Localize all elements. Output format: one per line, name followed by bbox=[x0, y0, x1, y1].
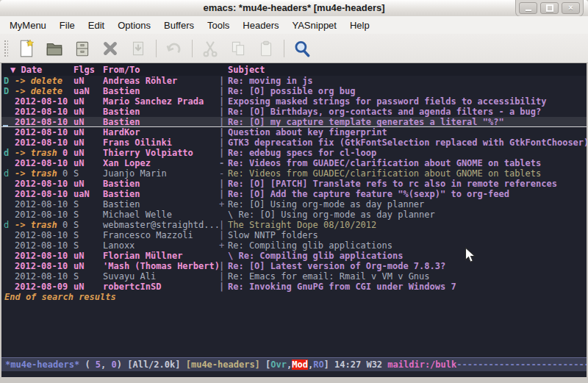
message-row[interactable]: 2012-08-10 uN HardKor | Question about k… bbox=[1, 127, 587, 137]
subject-cell: Re: [O] Add the capture feature "%(sexp)… bbox=[228, 189, 587, 199]
mode-line-text: , bbox=[101, 359, 111, 370]
mode-line-text: , bbox=[287, 359, 292, 370]
menu-yasnippet[interactable]: YASnippet bbox=[285, 18, 343, 33]
message-row[interactable]: 2012-08-10 S Bastien + Re: [O] Using org… bbox=[1, 199, 587, 210]
column-header-date[interactable]: ▼ Date bbox=[10, 65, 74, 75]
date-cell: -> trash 0 bbox=[15, 168, 74, 179]
menu-file[interactable]: File bbox=[53, 18, 82, 33]
date-cell: -> delete bbox=[15, 76, 74, 86]
message-row[interactable]: d -> trash 0 S Juanjo Marin - Re: Videos… bbox=[1, 168, 587, 179]
date-cell: 2012-08-10 bbox=[15, 199, 74, 210]
subject-cell: Re: Compiling glib applications bbox=[228, 240, 587, 251]
menu-buffers[interactable]: Buffers bbox=[157, 18, 201, 33]
date-text: 2012-08-09 bbox=[15, 282, 68, 292]
flags-cell: S bbox=[74, 168, 103, 179]
menu-tools[interactable]: Tools bbox=[201, 18, 236, 33]
mark-char: D bbox=[4, 76, 15, 86]
title-bar[interactable]: emacs: *mu4e-headers* [mu4e-headers] × bbox=[0, 0, 588, 17]
message-row[interactable]: 2012-08-10 S Suvayu Ali | Re: Emacs for … bbox=[1, 271, 587, 282]
message-row[interactable]: 2012-08-10 uN Bastien | Re: [O] [PATCH] … bbox=[1, 179, 587, 189]
search-button[interactable] bbox=[291, 37, 313, 60]
message-row[interactable]: 2012-08-10 S Michael Welle \ Re: [O] Usi… bbox=[1, 210, 587, 220]
line-number: 5 bbox=[96, 359, 101, 370]
delete-button[interactable] bbox=[99, 37, 121, 60]
message-row[interactable]: 2012-08-10 S Francesco Mazzoli | Slow NN… bbox=[1, 230, 587, 240]
close-icon: × bbox=[568, 4, 573, 12]
flags-cell: uN bbox=[74, 261, 103, 271]
column-header-subject[interactable]: Subject bbox=[228, 65, 265, 75]
message-row[interactable]: 2012-08-10 uN Bastien | Re: [O] my captu… bbox=[1, 117, 587, 127]
paste-button bbox=[255, 37, 277, 60]
message-row[interactable]: D -> delete uaN Bastien | Re: [O] possib… bbox=[1, 86, 587, 96]
subject-cell: Question about key fingerprint bbox=[228, 127, 587, 137]
thread-separator: + bbox=[219, 240, 228, 251]
flags-cell: uN bbox=[74, 158, 103, 168]
new-file-button[interactable] bbox=[15, 37, 37, 60]
date-text: 0 bbox=[57, 220, 68, 230]
flags-cell: uN bbox=[74, 251, 103, 261]
subject-cell: Re: moving in js bbox=[228, 76, 587, 86]
message-row[interactable]: d -> trash 0 uN Thierry Volpiatto | Re: … bbox=[1, 148, 587, 158]
flags-cell: S bbox=[74, 240, 103, 251]
menu-options[interactable]: Options bbox=[111, 18, 157, 33]
from-cell: Bastien bbox=[103, 117, 219, 127]
mark-verb: -> trash bbox=[15, 168, 57, 179]
column-header-flags[interactable]: Flgs bbox=[74, 65, 103, 75]
copy-button bbox=[227, 37, 249, 60]
window-title: emacs: *mu4e-headers* [mu4e-headers] bbox=[0, 2, 588, 13]
mode-line: *mu4e-headers* ( 5, 0) [All/2.0k] [mu4e-… bbox=[1, 357, 587, 371]
mark-char bbox=[4, 271, 15, 282]
message-row[interactable]: D -> delete uN Andreas Röhler | Re: movi… bbox=[1, 76, 587, 86]
subject-cell: Re: Invoking GnuPG from CGI under Window… bbox=[228, 282, 587, 292]
flags-cell: S bbox=[74, 271, 103, 282]
save-button[interactable] bbox=[71, 37, 93, 60]
message-row[interactable]: 2012-08-09 uN robertcInSD | Re: Invoking… bbox=[1, 282, 587, 292]
from-cell: Frans Oilinki bbox=[103, 137, 219, 148]
column-header-from[interactable]: From/To bbox=[103, 65, 228, 75]
mark-char: d bbox=[4, 168, 15, 179]
message-row[interactable]: 2012-08-10 uN Bastien | Re: [O] Birthday… bbox=[1, 107, 587, 117]
subject-cell: Re: [O] Using org-mode as day planner bbox=[228, 199, 587, 210]
subject-cell: Re: [O] possible org bug bbox=[228, 86, 587, 96]
from-cell: Bastien bbox=[103, 107, 219, 117]
date-cell: 2012-08-10 bbox=[15, 251, 74, 261]
thread-separator bbox=[219, 251, 228, 261]
from-cell: Bastien bbox=[103, 189, 219, 199]
from-cell: HardKor bbox=[103, 127, 219, 137]
mark-char bbox=[4, 230, 15, 240]
menu-mymenu[interactable]: MyMenu bbox=[3, 18, 53, 33]
subject-cell: \ Re: Compiling glib applications bbox=[228, 251, 587, 261]
menu-headers[interactable]: Headers bbox=[236, 18, 285, 33]
thread-separator: | bbox=[219, 117, 228, 127]
mark-verb: -> trash bbox=[15, 220, 57, 230]
toolbar-grip-handle[interactable] bbox=[3, 39, 8, 58]
minimize-button[interactable] bbox=[519, 2, 537, 14]
message-row[interactable]: 2012-08-10 uN Florian Müllner \ Re: Comp… bbox=[1, 251, 587, 261]
emacs-buffer-area: ▼ Date Flgs From/To Subject D -> delete … bbox=[1, 63, 587, 377]
message-row[interactable]: d -> trash 0 S webmaster@straightd... | … bbox=[1, 220, 587, 230]
message-row[interactable]: 2012-08-10 S Lanoxx + Re: Compiling glib… bbox=[1, 240, 587, 251]
open-folder-button[interactable] bbox=[43, 37, 65, 60]
date-text: 2012-08-10 bbox=[15, 210, 68, 220]
date-cell: 2012-08-10 bbox=[15, 179, 74, 189]
date-text: 2012-08-10 bbox=[15, 179, 68, 189]
flags-cell: uN bbox=[74, 127, 103, 137]
maximize-button[interactable] bbox=[540, 2, 559, 14]
thread-separator: | bbox=[219, 261, 228, 271]
menu-edit[interactable]: Edit bbox=[82, 18, 111, 33]
date-cell: 2012-08-10 bbox=[15, 261, 74, 271]
mode-line-text: [ bbox=[260, 359, 270, 370]
message-row[interactable]: 2012-08-10 uN Frans Oilinki | GTK3 depre… bbox=[1, 137, 587, 148]
from-cell: Bastien bbox=[103, 199, 219, 210]
date-cell: 2012-08-10 bbox=[15, 271, 74, 282]
undo-icon bbox=[165, 39, 184, 58]
mode-line-text: ] bbox=[324, 359, 334, 370]
message-row[interactable]: 2012-08-10 uN Xan Lopez - Re: Videos fro… bbox=[1, 158, 587, 168]
message-row[interactable]: 2012-08-10 uN 'Mash (Thomas Herbert) | R… bbox=[1, 261, 587, 271]
menu-help[interactable]: Help bbox=[343, 18, 376, 33]
close-button[interactable]: × bbox=[562, 2, 580, 14]
toolbar-separator bbox=[192, 40, 193, 57]
mark-char bbox=[4, 282, 15, 292]
message-row[interactable]: 2012-08-10 uN Mario Sanchez Prada | Expo… bbox=[1, 96, 587, 107]
message-row[interactable]: 2012-08-10 uaN Bastien | Re: [O] Add the… bbox=[1, 189, 587, 199]
